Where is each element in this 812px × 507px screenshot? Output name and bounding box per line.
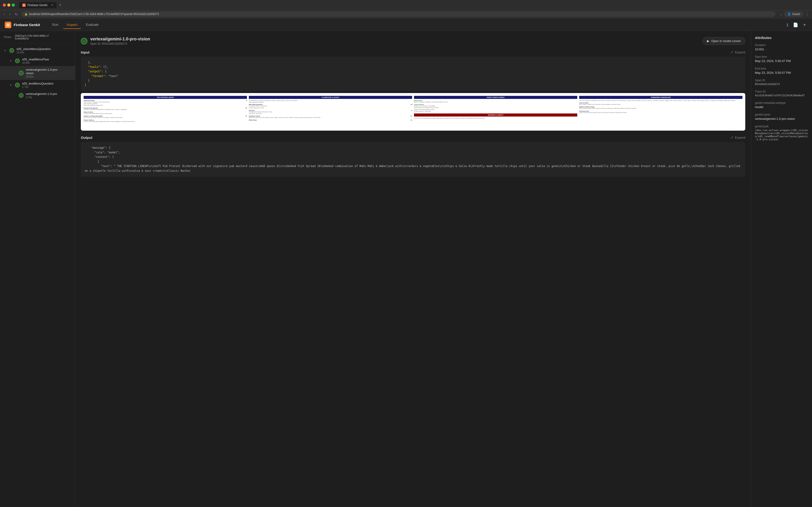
menu-item-desc: Footlong frank served with pickle & chip… [249,111,412,114]
inspect-area: ✓ vertexai/gemini-1.0-pro-vision Span ID… [75,31,751,507]
browser-toolbar-icons: ⌕ 👤 Guest ⋮ [780,11,809,17]
attr-span-id: Span ID 85410a912d269273 [755,79,808,86]
attr-genkit-name: genkit:name vertexai/gemini-1.0-pro-visi… [755,113,808,120]
nav-evaluate[interactable]: Evaluate [82,21,102,29]
input-expand-button[interactable]: ⤢ Expand [731,50,745,54]
attr-duration-label: Duration [755,44,808,47]
menu-item-desc: The largest Mahi we could find!Grilled, … [249,105,412,109]
output-code-block: "message": { "role": "model", "content":… [81,142,745,177]
input-title: Input [81,50,90,54]
attr-start-time-label: Start time [755,55,808,58]
menu-item-desc: Our fresh ½ lb. beef patties are made us… [414,117,577,119]
more-options-icon[interactable]: ⋮ [805,11,809,17]
flow-name: vertexai/gemini-1.0-pro [26,92,72,96]
submarine-title: SUBMARINE SANDWICHES [579,96,743,99]
menu-item-name: Philly Steak 12 [249,119,412,121]
span-header: ✓ vertexai/gemini-1.0-pro-vision Span ID… [81,37,745,45]
breadcrumb-separator: › [12,36,13,39]
flow-item-gemini-vision[interactable]: › ✓ vertexai/gemini-1.0-pro-vision 10.82… [0,66,75,80]
guest-button[interactable]: 👤 Guest [784,11,803,17]
flow-name: s05_visionMenuQuestion [16,47,72,51]
chevron-down-icon: ▼ [4,49,7,52]
flow-status-success: ✓ [19,93,23,98]
app-container: Firebase Genkit Run Inspect Evaluate ℹ 📄… [0,19,812,507]
document-icon[interactable]: 📄 [792,21,799,29]
flow-info: s05_readMenuFlow 10.89s [22,58,72,64]
search-icon[interactable]: ⌕ [780,12,782,16]
attr-start-time-value: May 23, 2024, 5:50:47 PM [755,59,808,63]
flow-item-text-menu[interactable]: ▼ ✓ s05_textMenuQuestion 2.73s [0,80,75,90]
flow-duration: 2.73s [22,86,72,88]
span-id: Span ID: 85410a912d269273 [90,42,700,45]
expand-icon: ⤢ [731,135,734,139]
attr-duration: Duration 10.82s [755,44,808,51]
attr-trace-id-value: 41c61639a9b7cd74f2323434100a8e97 [755,94,808,97]
menu-column-2: CLUBHOUSE CLASSICS All sandwiches are se… [249,96,412,128]
chevron-down-icon: ▼ [9,59,13,62]
back-button[interactable]: ‹ [3,11,6,17]
url-text: localhost:4000/inspect/flows/dev/20d21ac… [29,12,772,16]
menu-item-desc: Freshly made tortilla chips topped with … [83,121,247,122]
menu-column-4: SUBMARINE SANDWICHES All of our submarin… [579,96,743,128]
flow-item-read-menu[interactable]: ▼ ✓ s05_readMenuFlow 10.89s [0,56,75,66]
burgers-title: BURGERS & WRAPS [414,113,577,117]
sidebar: Flows › 20d21acf-c72b-42b4-8d9b-c7514e60… [0,31,75,507]
output-section: Output ⤢ Expand "message": { "role": "mo… [81,135,745,177]
settings-icon[interactable]: ✦ [802,21,807,29]
flow-item-gemini-pro[interactable]: › ✓ vertexai/gemini-1.0-pro 2.70s [0,90,75,101]
attr-subtype-label: genkit:metadata:subtype [755,101,808,105]
minimize-button[interactable] [7,4,10,7]
attr-duration-value: 10.82s [755,48,808,51]
span-status-icon: ✓ [81,38,88,44]
output-title: Output [81,135,92,139]
attr-end-time: End time May 23, 2024, 5:50:57 PM [755,67,808,74]
attr-subtype: genkit:metadata:subtype model [755,101,808,109]
output-expand-button[interactable]: ⤢ Expand [731,135,745,139]
chevron-right-icon: › [13,94,16,97]
attr-trace-id: Trace ID 41c61639a9b7cd74f2323434100a8e9… [755,90,808,97]
menu-image-content: THE STARTING LINEUP Soft Pub Pretzel 8 S… [81,93,745,131]
forward-button[interactable]: › [8,11,11,17]
flow-info: vertexai/gemini-1.0-pro-vision 10.82s [26,68,72,78]
active-tab[interactable]: G Firebase Genkit ✕ [19,2,57,8]
attributes-title: Attributes [755,36,808,40]
input-code-block: }, "tools": [], "output": { "format": "t… [81,57,745,91]
clubhouse-title: CLUBHOUSE CLASSICS [249,96,412,99]
flow-status-success: ✓ [15,58,20,63]
new-tab-icon[interactable]: + [58,3,62,7]
info-icon[interactable]: ℹ [786,21,789,29]
address-bar[interactable]: 🔒 localhost:4000/inspect/flows/dev/20d21… [21,11,775,17]
flow-duration: 13.64s [16,51,72,54]
tab-close-icon[interactable]: ✕ [51,4,53,7]
main-content: Flows › 20d21acf-c72b-42b4-8d9b-c7514e60… [0,31,812,507]
attr-genkit-name-label: genkit:name [755,113,808,116]
flow-info: vertexai/gemini-1.0-pro 2.70s [26,92,72,99]
refresh-button[interactable]: ↻ [14,11,19,17]
attr-genkit-path-label: genkit:path [755,125,808,128]
starting-lineup-title: THE STARTING LINEUP [83,96,247,99]
menu-item-desc: Smoked combination of Mahi-Mahi & Amberj… [83,109,247,110]
app-title: Firebase Genkit [14,23,40,27]
app-logo-icon [5,21,11,28]
right-panel: ✓ vertexai/gemini-1.0-pro-vision Span ID… [75,31,812,507]
flow-name: vertexai/gemini-1.0-pro-vision [26,68,72,75]
header-right: ℹ 📄 ✦ [786,21,807,29]
tab-bar: G Firebase Genkit ✕ + [19,2,809,8]
tab-favicon: G [22,4,25,7]
menu-intro: All sandwiches are served with lettuce, … [249,100,412,103]
nav-run[interactable]: Run [49,21,62,29]
chevron-right-icon: › [13,72,16,74]
nav-inspect[interactable]: Inspect [63,21,81,29]
flow-tree: ▼ ✓ s05_visionMenuQuestion 13.64s ▼ ✓ s0… [0,44,75,507]
maximize-button[interactable] [12,4,15,7]
open-model-runner-button[interactable]: ▶ Open in model runner [702,37,745,45]
span-id-value: 85410a912d269273 [102,42,127,45]
breadcrumb-flows-link[interactable]: Flows [4,36,11,39]
play-icon: ▶ [707,39,709,43]
flow-status-success: ✓ [9,48,14,53]
flow-info: s05_visionMenuQuestion 13.64s [16,47,72,54]
flow-item-vision-menu-question[interactable]: ▼ ✓ s05_visionMenuQuestion 13.64s [0,45,75,56]
menu-item-desc: Bone-in, Boneless, Breaded or No-Breadin… [414,101,577,103]
close-button[interactable] [3,4,6,7]
attr-end-time-value: May 23, 2024, 5:50:57 PM [755,71,808,74]
